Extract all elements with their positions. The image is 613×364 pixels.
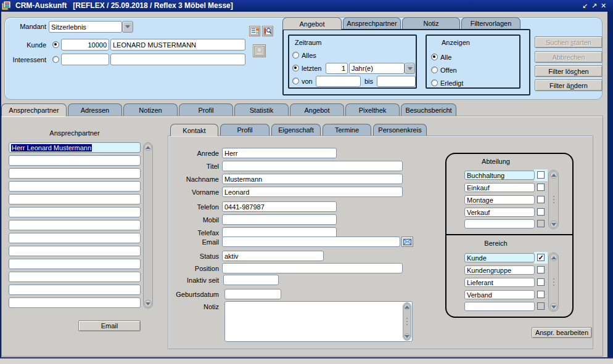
zeitraum-einheit-select[interactable]: Jahr(e) [349,63,405,74]
tab-besuchsbericht[interactable]: Besuchsbericht [401,103,456,116]
zeitraum-alles-radio[interactable] [292,52,299,59]
abteilung-item-field[interactable]: Buchhaltung [464,171,535,180]
interessent-number-field[interactable] [61,54,109,65]
subtab-kontakt[interactable]: Kontakt [170,124,218,136]
subtab-personenkreis[interactable]: Personenkreis [373,124,427,135]
subtab-eigenschaft[interactable]: Eigenschaft [271,124,321,135]
tab-notizen[interactable]: Notizen [123,103,178,116]
document-search-icon-button[interactable] [262,26,273,36]
edit-list-icon-button[interactable] [249,26,260,36]
tab-profil[interactable]: Profil [179,103,233,116]
notiz-textarea[interactable] [224,301,413,342]
bereich-item-field[interactable]: Kunde [464,253,535,262]
abteilung-scrollbar[interactable] [548,170,559,229]
scroll-up-icon[interactable] [550,254,557,261]
bereich-checkbox-1[interactable] [537,266,545,273]
scrollbar-grip[interactable] [553,199,554,200]
bereich-checkbox-3[interactable] [537,291,545,298]
contact-list-item[interactable] [9,246,141,256]
abteilung-item-field[interactable]: Einkauf [464,183,535,192]
abteilung-checkbox-2[interactable] [537,196,545,203]
interessent-radio[interactable] [52,56,59,63]
abteilung-item-field[interactable]: Verkauf [464,208,535,217]
anzeigen-alle-radio[interactable] [431,54,438,60]
interessent-name-field[interactable] [110,54,245,65]
bereich-item-field[interactable]: Verband [464,290,535,299]
contact-list-item[interactable] [9,272,141,282]
filter-tab-filtervorlagen[interactable]: Filtervorlagen [461,17,520,29]
tab-angebot[interactable]: Angebot [290,103,344,116]
inaktiv-seit-field[interactable] [223,275,279,285]
scrollbar-grip[interactable] [553,281,554,283]
subtab-termine[interactable]: Termine [323,124,371,135]
bereich-item-field[interactable]: Lieferant [464,278,535,287]
scroll-down-icon[interactable] [550,303,557,310]
contact-list-item-selected[interactable]: Herr Leonard Mustermann [9,142,141,153]
abteilung-item-field[interactable]: Montage [464,195,535,204]
filter-aendern-button[interactable]: Filter ändern [535,79,603,91]
kunde-name-field[interactable]: LEONARD MUSTERMANN [110,39,245,51]
tab-statistik[interactable]: Statistik [234,103,289,116]
restore-icon[interactable]: ↗ [590,1,599,10]
telefon-field[interactable]: 0441-987987 [222,201,337,212]
abteilung-checkbox-1[interactable] [537,184,545,191]
bereich-checkbox-2[interactable] [537,278,545,286]
zeitraum-einheit-dropdown-arrow-icon[interactable] [405,63,415,74]
zeitraum-bis-field[interactable] [377,76,416,87]
bereich-item-field[interactable] [464,302,535,311]
filter-tab-notiz[interactable]: Notiz [402,17,460,29]
close-icon[interactable]: ✕ [599,1,608,10]
titel-field[interactable] [222,161,403,171]
minimize-icon[interactable]: ↙ [580,1,590,10]
scrollbar-grip[interactable] [406,321,408,322]
zeitraum-von-radio[interactable] [292,78,299,84]
contact-list-item[interactable] [9,285,141,295]
contact-list-item[interactable] [9,168,141,179]
contact-list-item[interactable] [9,194,141,204]
zeitraum-anzahl-field[interactable]: 1 [326,63,348,74]
send-email-icon-button[interactable] [401,237,413,247]
anrede-field[interactable]: Herr [222,148,337,158]
abteilung-checkbox-0[interactable] [537,171,545,179]
status-field[interactable]: aktiv [222,251,324,261]
tab-ansprechpartner[interactable]: Ansprechpartner [1,103,67,116]
anspr-bearbeiten-button[interactable]: Anspr. bearbeiten [532,327,592,338]
filter-tab-ansprechpartner[interactable]: Ansprechpartner [343,17,401,29]
kunde-number-field[interactable]: 10000 [61,39,109,51]
filter-loeschen-button[interactable]: Filter löschen [535,65,603,77]
contact-list-item[interactable] [9,233,141,243]
contact-list-item[interactable] [9,220,141,230]
anzeigen-offen-radio[interactable] [431,67,438,73]
tab-adressen[interactable]: Adressen [68,103,122,116]
mandant-dropdown-arrow-icon[interactable] [122,21,133,33]
bereich-scrollbar[interactable] [548,253,559,312]
scroll-down-icon[interactable] [550,220,557,228]
filter-tab-angebot[interactable]: Angebot [282,17,342,30]
notiz-scrollbar[interactable] [403,302,411,341]
abteilung-checkbox-3[interactable] [537,208,545,216]
zeitraum-letzten-radio[interactable] [292,65,299,71]
kunde-radio[interactable] [52,41,59,48]
contact-list-item[interactable] [9,259,141,269]
email-field[interactable] [222,237,400,247]
scroll-up-icon[interactable] [550,171,557,179]
position-field[interactable] [222,263,403,273]
bereich-checkbox-0[interactable]: ✓ [537,254,545,261]
mobil-field[interactable] [222,214,337,225]
contact-list-item[interactable] [9,207,141,217]
abteilung-item-field[interactable] [464,219,535,229]
contact-list-item[interactable] [9,155,141,166]
nachname-field[interactable]: Mustermann [222,174,403,184]
geburtsdatum-field[interactable] [224,289,281,299]
contact-list-item[interactable] [9,181,141,192]
scroll-up-icon[interactable] [404,304,410,310]
mandant-select[interactable]: Sitzerlebnis [49,21,122,33]
anzeigen-erledigt-radio[interactable] [431,79,438,86]
bereich-item-field[interactable]: Kundengruppe [464,265,535,275]
scroll-down-icon[interactable] [404,333,410,339]
email-button[interactable]: Email [78,320,141,331]
contact-list-item[interactable] [9,297,141,308]
vorname-field[interactable]: Leonard [222,187,403,197]
zeitraum-von-field[interactable] [316,76,361,87]
subtab-profil[interactable]: Profil [220,124,269,135]
